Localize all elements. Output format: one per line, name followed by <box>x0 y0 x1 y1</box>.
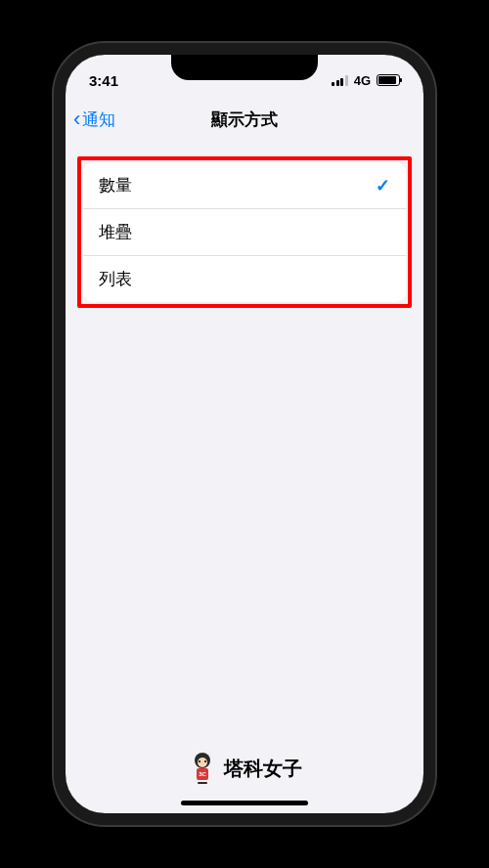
options-list: 數量 ✓ 堆疊 列表 <box>83 162 406 302</box>
phone-frame: 3:41 4G ‹ 通知 顯示方式 數量 <box>54 43 435 825</box>
screen: 3:41 4G ‹ 通知 顯示方式 數量 <box>66 55 423 813</box>
status-time: 3:41 <box>89 72 118 89</box>
chevron-left-icon: ‹ <box>73 108 80 130</box>
nav-bar: ‹ 通知 顯示方式 <box>66 98 423 141</box>
page-title: 顯示方式 <box>211 108 278 131</box>
option-list[interactable]: 列表 <box>83 256 406 302</box>
highlight-annotation: 數量 ✓ 堆疊 列表 <box>77 156 412 308</box>
watermark-avatar-icon: 3C <box>187 751 218 786</box>
battery-icon <box>377 74 400 86</box>
back-button[interactable]: ‹ 通知 <box>73 108 115 131</box>
option-label: 列表 <box>99 268 132 290</box>
home-indicator[interactable] <box>181 801 308 805</box>
svg-point-3 <box>199 760 200 762</box>
svg-text:3C: 3C <box>199 771 206 777</box>
status-right: 4G <box>332 73 400 88</box>
option-label: 堆疊 <box>99 221 132 243</box>
watermark-text: 塔科女子 <box>224 756 302 782</box>
watermark: 3C 塔科女子 <box>187 751 302 786</box>
checkmark-icon: ✓ <box>376 175 390 196</box>
network-label: 4G <box>354 73 371 88</box>
option-stack[interactable]: 堆疊 <box>83 209 406 256</box>
svg-point-4 <box>204 760 206 762</box>
back-label: 通知 <box>82 108 115 131</box>
svg-point-1 <box>198 758 207 767</box>
svg-rect-6 <box>198 782 207 784</box>
notch <box>171 55 318 80</box>
option-label: 數量 <box>99 174 132 196</box>
option-count[interactable]: 數量 ✓ <box>83 162 406 209</box>
signal-icon <box>332 75 348 86</box>
content-area: 數量 ✓ 堆疊 列表 <box>66 141 423 813</box>
